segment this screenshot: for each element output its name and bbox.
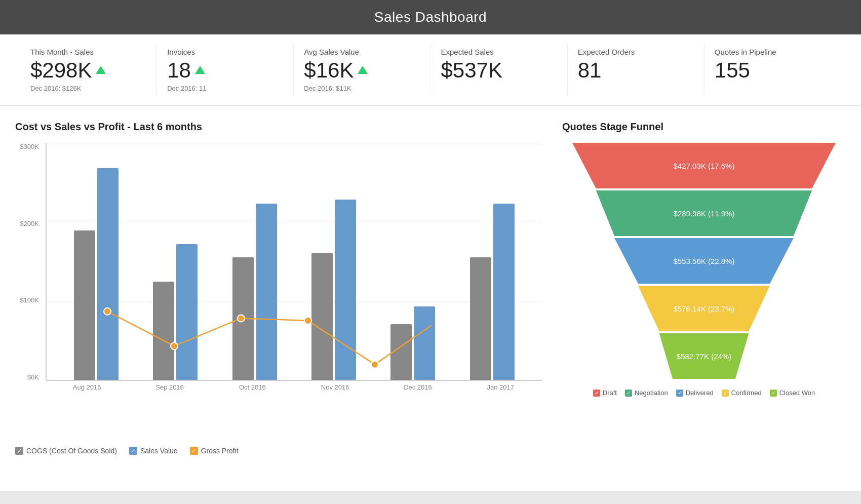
funnel-legend-label-1: Negotiation [635, 389, 668, 397]
metric-value-4: 81 [578, 58, 694, 83]
metric-label-0: This Month - Sales [30, 48, 146, 56]
bar-sales-1 [176, 244, 198, 380]
funnel-legend-check-2: ✓ [676, 390, 683, 397]
funnel-legend-item-1: ✓Negotiation [625, 389, 668, 397]
metric-value-5: 155 [715, 58, 831, 83]
metric-item-0: This Month - Sales$298KDec 2016: $126K [20, 44, 157, 96]
funnel-legend-label-4: Closed Won [779, 389, 815, 397]
funnel-legend-check-3: ✓ [722, 390, 729, 397]
bar-cogs-4 [390, 324, 412, 380]
metric-item-2: Avg Sales Value$16KDec 2016: $11K [294, 44, 430, 96]
bar-cogs-3 [311, 253, 333, 380]
funnel-legend-check-0: ✓ [593, 390, 600, 397]
bar-sales-2 [256, 204, 277, 380]
metric-item-3: Expected Sales$537K [431, 44, 568, 96]
metric-value-1: 18 [167, 58, 283, 83]
y-label-100k: $100K [15, 296, 39, 304]
y-axis: $300K $200K $100K $0K [15, 143, 43, 381]
metric-sub-2: Dec 2016: $11K [304, 85, 420, 92]
main-content: Cost vs Sales vs Profit - Last 6 months … [0, 106, 861, 491]
x-label-2: Oct 2016 [211, 383, 294, 391]
metric-label-1: Invoices [167, 48, 283, 56]
bar-group-1 [136, 143, 215, 380]
bar-cogs-1 [153, 282, 174, 380]
funnel-section: Quotes Stage Funnel $427.03K (17.6%)$289… [557, 116, 851, 481]
page-header: Sales Dashboard [0, 0, 861, 34]
funnel-legend-item-2: ✓Delivered [676, 389, 714, 397]
chart-legend-item-0: ✓COGS (Cost Of Goods Sold) [15, 447, 117, 455]
funnel-legend-item-3: ✓Confirmed [722, 389, 762, 397]
bar-group-0 [57, 143, 136, 380]
funnel-svg: $427.03K (17.6%)$289.98K (11.9%)$553.56K… [572, 143, 836, 379]
metric-item-4: Expected Orders81 [568, 44, 705, 96]
x-labels: Aug 2016Sep 2016Oct 2016Nov 2016Dec 2016… [46, 383, 542, 391]
y-label-0k: $0K [15, 373, 39, 381]
y-label-300k: $300K [15, 143, 39, 150]
funnel-container: $427.03K (17.6%)$289.98K (11.9%)$553.56K… [562, 143, 846, 379]
metrics-bar: This Month - Sales$298KDec 2016: $126KIn… [0, 34, 861, 106]
metric-label-4: Expected Orders [578, 48, 694, 56]
arrow-up-icon-2 [358, 66, 368, 74]
metric-label-5: Quotes in Pipeline [715, 48, 831, 56]
chart-legend-label-1: Sales Value [140, 447, 178, 455]
chart-legend-item-2: ✓Gross Profit [190, 447, 239, 455]
metric-item-1: Invoices18Dec 2016: 11 [157, 44, 294, 96]
bar-chart-section: Cost vs Sales vs Profit - Last 6 months … [10, 116, 547, 481]
bar-group-5 [453, 143, 532, 380]
chart-legend: ✓COGS (Cost Of Goods Sold)✓Sales Value✓G… [15, 447, 542, 455]
metric-label-2: Avg Sales Value [304, 48, 420, 56]
chart-legend-label-2: Gross Profit [201, 447, 239, 455]
funnel-text-1: $289.98K (11.9%) [674, 209, 735, 218]
bar-sales-0 [97, 168, 119, 380]
funnel-legend: ✓Draft✓Negotiation✓Delivered✓Confirmed✓C… [562, 389, 846, 397]
bar-chart-container: $300K $200K $100K $0K [15, 143, 542, 416]
metric-value-2: $16K [304, 58, 420, 83]
bar-sales-5 [493, 204, 515, 380]
chart-legend-check-2: ✓ [190, 447, 198, 455]
x-label-3: Nov 2016 [294, 383, 376, 391]
bar-group-3 [294, 143, 373, 380]
chart-legend-item-1: ✓Sales Value [129, 447, 178, 455]
funnel-text-3: $576.14K (23.7%) [674, 304, 735, 313]
funnel-legend-check-1: ✓ [625, 390, 632, 397]
x-label-5: Jan 2017 [459, 383, 542, 391]
y-label-200k: $200K [15, 220, 39, 227]
funnel-legend-check-4: ✓ [770, 390, 777, 397]
chart-legend-check-0: ✓ [15, 447, 23, 455]
funnel-title: Quotes Stage Funnel [562, 121, 846, 133]
funnel-text-4: $582.77K (24%) [677, 352, 731, 361]
metric-sub-0: Dec 2016: $126K [30, 85, 146, 92]
x-label-0: Aug 2016 [46, 383, 128, 391]
metric-value-0: $298K [30, 58, 146, 83]
bar-cogs-5 [470, 257, 491, 380]
bar-group-2 [215, 143, 294, 380]
bar-chart-title: Cost vs Sales vs Profit - Last 6 months [15, 121, 542, 133]
bar-sales-4 [414, 306, 435, 380]
chart-legend-check-1: ✓ [129, 447, 137, 455]
chart-area [46, 143, 542, 381]
arrow-up-icon-0 [96, 66, 106, 74]
funnel-legend-item-4: ✓Closed Won [770, 389, 815, 397]
metric-item-5: Quotes in Pipeline155 [705, 44, 841, 96]
funnel-legend-label-0: Draft [603, 389, 617, 397]
chart-legend-label-0: COGS (Cost Of Goods Sold) [26, 447, 117, 455]
x-label-4: Dec 2016 [376, 383, 459, 391]
funnel-text-0: $427.03K (17.6%) [674, 162, 735, 170]
funnel-legend-label-2: Delivered [686, 389, 714, 397]
bar-sales-3 [335, 200, 356, 380]
funnel-legend-item-0: ✓Draft [593, 389, 617, 397]
bar-group-4 [373, 143, 452, 380]
x-label-1: Sep 2016 [128, 383, 211, 391]
arrow-up-icon-1 [195, 66, 205, 74]
funnel-text-2: $553.56K (22.8%) [674, 257, 735, 265]
metric-value-3: $537K [441, 58, 557, 83]
page-title: Sales Dashboard [374, 9, 487, 25]
funnel-legend-label-3: Confirmed [731, 389, 762, 397]
bar-cogs-0 [74, 230, 95, 380]
metric-sub-1: Dec 2016: 11 [167, 85, 283, 92]
bar-cogs-2 [232, 257, 254, 380]
bars-group [47, 143, 542, 380]
metric-label-3: Expected Sales [441, 48, 557, 56]
